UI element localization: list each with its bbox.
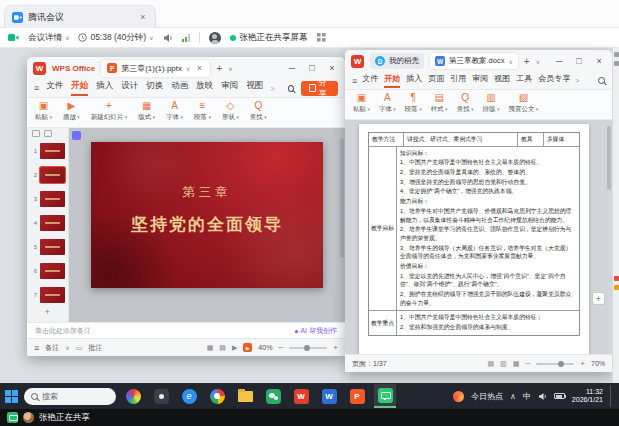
zoom-slider[interactable] bbox=[536, 363, 574, 365]
slide-thumbnail[interactable]: 6 bbox=[27, 259, 68, 283]
taskbar-app-camera[interactable] bbox=[206, 384, 228, 408]
meeting-tab[interactable]: 腾讯会议 bbox=[4, 5, 156, 28]
page-view-icon[interactable]: ▤ bbox=[487, 360, 494, 368]
home-tab[interactable]: D 我的稻壳 bbox=[370, 53, 424, 69]
document-scrollbar[interactable] bbox=[607, 126, 611, 190]
taskbar-wechat[interactable] bbox=[262, 384, 284, 408]
menu-tab[interactable]: 放映 bbox=[196, 80, 213, 96]
new-tab-button[interactable] bbox=[216, 63, 222, 74]
new-tab-button[interactable] bbox=[524, 56, 530, 67]
more-menus-icon[interactable] bbox=[270, 85, 274, 92]
slide-thumbnail[interactable]: 7 bbox=[27, 283, 68, 307]
ime-indicator[interactable]: 中 bbox=[523, 391, 531, 402]
slide-thumbnail[interactable]: 5 bbox=[27, 235, 68, 259]
doc-document-tab[interactable]: W 第三章教案.docx bbox=[430, 53, 518, 69]
minimize-button[interactable] bbox=[285, 63, 299, 73]
more-menus-icon[interactable] bbox=[575, 77, 579, 84]
taskbar-app-browser[interactable] bbox=[178, 384, 200, 408]
slide-thumbnail[interactable]: 4 bbox=[27, 211, 68, 235]
taskbar-clock[interactable]: 11:32 2026/1/21 bbox=[572, 388, 603, 405]
new-page-button[interactable] bbox=[592, 292, 605, 305]
menu-tab[interactable]: 工具 bbox=[516, 73, 532, 88]
search-icon[interactable] bbox=[288, 85, 294, 92]
toolbar-button[interactable]: ▥ 排版 bbox=[483, 92, 500, 114]
start-button[interactable] bbox=[5, 390, 18, 403]
close-document-icon[interactable] bbox=[194, 63, 204, 73]
share-button[interactable]: 分享 bbox=[301, 81, 338, 96]
menu-tab[interactable]: 文件 bbox=[46, 80, 63, 96]
close-window-button[interactable] bbox=[592, 56, 606, 66]
toolbar-button[interactable]: ▦ 版式 bbox=[138, 100, 155, 122]
taskbar-file-explorer[interactable] bbox=[234, 384, 256, 408]
layout-grid-icon[interactable] bbox=[317, 33, 326, 42]
menu-tab[interactable]: 开始 bbox=[71, 80, 88, 96]
slide-view-icon[interactable] bbox=[44, 130, 52, 137]
hamburger-menu-icon[interactable] bbox=[352, 76, 357, 86]
document-area[interactable]: 教学方法讲授式、研讨式、案例式学习教具多媒体 教学目标 知识目标：1、中国共产党… bbox=[345, 120, 612, 354]
toolbar-button[interactable]: A 字体 bbox=[379, 92, 396, 114]
canvas-scrollbar[interactable] bbox=[340, 138, 344, 258]
menu-tab[interactable]: 会员专享 bbox=[538, 73, 570, 88]
meeting-side-panel-edge[interactable] bbox=[612, 48, 619, 383]
meeting-details-button[interactable]: 会议详情 bbox=[28, 32, 69, 44]
taskbar-search-input[interactable]: 搜索 bbox=[24, 388, 116, 405]
notes-placeholder[interactable]: 单击此处添加备注 bbox=[35, 326, 91, 336]
menu-tab[interactable]: 视图 bbox=[494, 73, 510, 88]
menu-tab[interactable]: 动画 bbox=[171, 80, 188, 96]
zoom-in-button[interactable] bbox=[333, 343, 338, 352]
slide-canvas[interactable]: 第三章 坚持党的全面领导 bbox=[69, 128, 345, 322]
menu-tab[interactable]: 插入 bbox=[96, 80, 113, 96]
zoom-in-button[interactable] bbox=[580, 359, 585, 368]
toolbar-button[interactable]: ¶ 段落 bbox=[405, 92, 422, 114]
hotspot-label[interactable]: 今日热点 bbox=[471, 391, 503, 402]
hamburger-menu-icon[interactable] bbox=[34, 83, 39, 93]
battery-icon[interactable] bbox=[554, 393, 565, 399]
zoom-slider[interactable] bbox=[289, 347, 327, 349]
hotspot-icon[interactable] bbox=[453, 391, 464, 402]
ai-create-button[interactable]: AI 帮我创作 bbox=[295, 326, 337, 336]
normal-view-icon[interactable]: ▦ bbox=[207, 344, 214, 352]
taskbar-wps-office[interactable] bbox=[290, 384, 312, 408]
toolbar-button[interactable]: ▤ 样式 bbox=[431, 92, 448, 114]
panel-view-switch[interactable] bbox=[27, 130, 68, 139]
outline-view-icon[interactable]: ▦ bbox=[513, 360, 520, 368]
toolbar-button[interactable]: ▣ 粘贴 bbox=[35, 100, 52, 122]
notes-bar[interactable]: 单击此处添加备注 AI 帮我创作 bbox=[27, 322, 345, 338]
taskbar-wps-writer[interactable] bbox=[318, 384, 340, 408]
minimize-button[interactable] bbox=[552, 56, 566, 66]
toolbar-button[interactable]: ▶ 播放 bbox=[63, 100, 80, 122]
menu-tab[interactable]: 开始 bbox=[384, 73, 400, 88]
toolbar-button[interactable]: ◇ 形状 bbox=[222, 100, 239, 122]
slideshow-button[interactable] bbox=[243, 343, 252, 352]
menu-tab[interactable]: 插入 bbox=[406, 73, 422, 88]
taskbar-wps-presentation[interactable] bbox=[346, 384, 368, 408]
comment-icon[interactable]: ▭ bbox=[76, 344, 83, 352]
add-slide-button[interactable] bbox=[27, 307, 68, 317]
tab-list-icon[interactable] bbox=[228, 65, 232, 72]
taskbar-app-dark[interactable] bbox=[150, 384, 172, 408]
menu-tab[interactable]: 设计 bbox=[121, 80, 138, 96]
slide-thumbnail[interactable]: 2 bbox=[27, 163, 68, 187]
current-slide[interactable]: 第三章 坚持党的全面领导 bbox=[91, 142, 323, 288]
wps-ai-icon[interactable] bbox=[72, 131, 81, 140]
document-page[interactable]: 教学方法讲授式、研讨式、案例式学习教具多媒体 教学目标 知识目标：1、中国共产党… bbox=[359, 124, 589, 354]
toolbar-button[interactable]: + 新建幻灯片 bbox=[91, 100, 127, 122]
taskbar-screen-share-app[interactable] bbox=[374, 384, 396, 408]
toolbar-button[interactable]: A 字体 bbox=[166, 100, 183, 122]
comments-toggle[interactable]: 批注 bbox=[88, 343, 102, 353]
search-icon[interactable] bbox=[598, 77, 605, 84]
menu-tab[interactable]: 文件 bbox=[362, 73, 378, 88]
sorter-view-icon[interactable]: ▤ bbox=[219, 344, 226, 352]
toolbar-button[interactable]: Q 查找 bbox=[457, 92, 474, 114]
tray-expand-icon[interactable] bbox=[510, 392, 516, 401]
slide-thumbnail[interactable]: 1 bbox=[27, 139, 68, 163]
participant-avatar[interactable] bbox=[209, 32, 221, 44]
close-tab-icon[interactable] bbox=[138, 12, 148, 22]
toolbar-button[interactable]: Q 查找 bbox=[250, 100, 267, 122]
menu-tab[interactable]: 审阅 bbox=[221, 80, 238, 96]
meeting-timer[interactable]: 05:38 (40分钟) bbox=[78, 32, 153, 44]
tray-speaker-icon[interactable] bbox=[538, 392, 547, 401]
menu-tab[interactable]: 视图 bbox=[246, 80, 263, 96]
taskbar-app-colorful-ball[interactable] bbox=[122, 384, 144, 408]
show-desktop-button[interactable] bbox=[610, 385, 614, 407]
